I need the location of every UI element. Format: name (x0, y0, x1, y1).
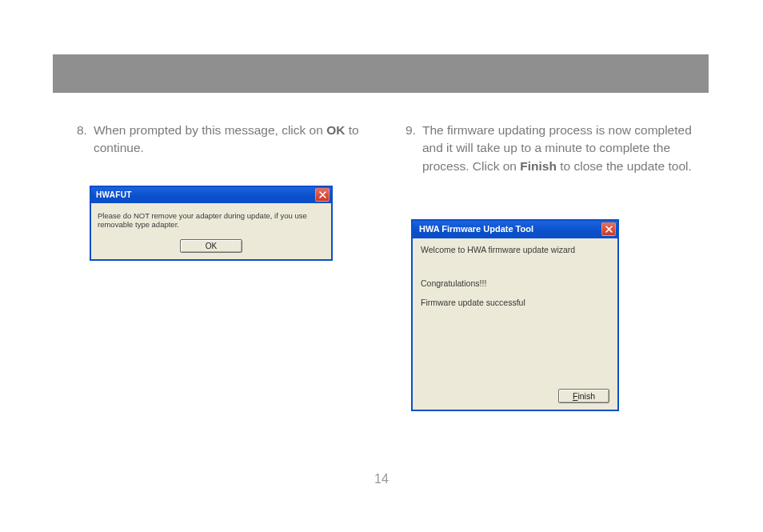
step-text-part2: to close the update tool. (557, 159, 692, 173)
step-9: 9. The firmware updating process is now … (405, 122, 709, 175)
dialog-title: HWAFUT (96, 190, 132, 199)
firmware-update-dialog: HWA Firmware Update Tool Welcome to HWA … (411, 219, 619, 411)
dialog-success-text: Firmware update successful (421, 298, 609, 307)
right-column: 9. The firmware updating process is now … (405, 122, 709, 175)
ok-button[interactable]: OK (180, 239, 242, 253)
step-text: When prompted by this message, click on … (94, 122, 380, 158)
close-icon[interactable] (315, 188, 330, 202)
dialog-body: Welcome to HWA firmware update wizard Co… (413, 238, 617, 410)
dialog-message: Please do NOT remove your adapter during… (98, 211, 325, 230)
dialog-congrats-text: Congratulations!!! (421, 278, 609, 288)
step-text-bold: Finish (520, 159, 557, 173)
dialog-body: Please do NOT remove your adapter during… (91, 203, 331, 259)
dialog-title: HWA Firmware Update Tool (419, 224, 533, 234)
step-text: The firmware updating process is now com… (422, 122, 709, 175)
hwafut-dialog: HWAFUT Please do NOT remove your adapter… (90, 186, 333, 261)
dialog-welcome-text: Welcome to HWA firmware update wizard (421, 245, 609, 254)
left-column: 8. When prompted by this message, click … (77, 122, 380, 175)
close-icon[interactable] (601, 222, 616, 236)
dialog-titlebar[interactable]: HWA Firmware Update Tool (413, 221, 617, 238)
close-x-glyph (319, 191, 326, 198)
page-number: 14 (0, 472, 763, 486)
step-text-part1: When prompted by this message, click on (94, 123, 326, 137)
finish-label-rest: inish (577, 391, 595, 401)
close-x-glyph (605, 226, 613, 233)
page-header-bar (53, 54, 709, 93)
dialog-button-bar: Finish (558, 388, 609, 403)
step-number: 8. (77, 122, 87, 158)
content-columns: 8. When prompted by this message, click … (77, 122, 709, 175)
step-8: 8. When prompted by this message, click … (77, 122, 380, 158)
step-number: 9. (405, 122, 416, 175)
dialog-titlebar[interactable]: HWAFUT (91, 187, 331, 203)
finish-button[interactable]: Finish (558, 389, 609, 403)
step-text-bold: OK (326, 123, 345, 137)
